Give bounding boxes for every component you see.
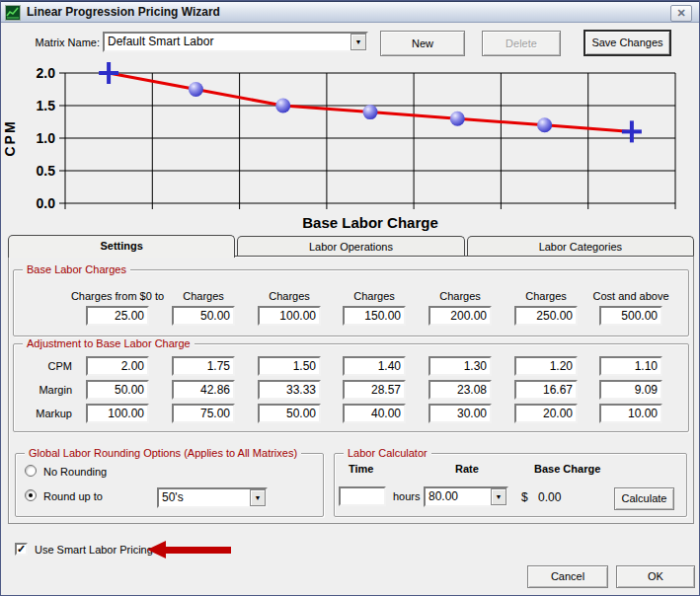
cancel-button[interactable]: Cancel (527, 565, 608, 588)
charge-col-label: Charges (154, 290, 253, 302)
margin-input[interactable] (599, 380, 662, 400)
charge-tier-input[interactable] (86, 306, 149, 326)
round-up-to-radio[interactable] (25, 489, 37, 501)
markup-input[interactable] (343, 404, 406, 423)
margin-input[interactable] (258, 380, 321, 400)
margin-input[interactable] (172, 380, 235, 400)
chart-endpoint-cross[interactable] (99, 62, 118, 84)
tab-labor-operations[interactable]: Labor Operations (237, 236, 464, 257)
markup-input[interactable] (428, 404, 492, 423)
chevron-down-icon[interactable]: ▼ (250, 489, 266, 506)
svg-text:1.5: 1.5 (37, 98, 56, 113)
time-input[interactable] (339, 486, 386, 506)
margin-row-label: Margin (13, 384, 72, 396)
svg-text:0.5: 0.5 (37, 163, 56, 179)
rate-header: Rate (455, 463, 479, 475)
chart-point-sphere[interactable] (189, 82, 203, 97)
svg-text:2.0: 2.0 (37, 65, 56, 81)
check-icon: ✓ (17, 545, 26, 554)
rate-value: 80.00 (428, 489, 489, 504)
charge-col-label: Cost and above (582, 290, 680, 302)
charge-tier-input[interactable] (514, 306, 578, 326)
markup-input[interactable] (172, 404, 235, 423)
margin-input[interactable] (86, 380, 149, 400)
cpm-input[interactable] (428, 356, 492, 376)
window-title: Linear Progression Pricing Wizard (27, 2, 220, 23)
charge-col-label: Charges (240, 290, 339, 302)
no-rounding-label: No Rounding (43, 466, 107, 478)
markup-input[interactable] (86, 404, 149, 423)
cpm-input[interactable] (514, 356, 578, 376)
markup-input[interactable] (599, 404, 662, 423)
cpm-input[interactable] (258, 356, 321, 376)
chart-point-markers[interactable] (99, 62, 642, 142)
charge-col-label: Charges (325, 290, 424, 302)
calculate-button[interactable]: Calculate (614, 487, 674, 510)
chevron-down-icon[interactable]: ▼ (350, 34, 366, 50)
app-icon (5, 5, 21, 21)
red-arrow-annotation (165, 547, 231, 554)
adjustment-group-title: Adjustment to Base Labor Charge (23, 337, 194, 349)
cpm-input[interactable] (599, 356, 662, 376)
chart-point-sphere[interactable] (275, 99, 290, 113)
currency-symbol: $ (521, 490, 528, 504)
svg-text:0.0: 0.0 (37, 195, 56, 211)
markup-input[interactable] (258, 404, 321, 423)
use-smart-labor-pricing-checkbox[interactable]: ✓ (15, 543, 28, 556)
chart-axis-labels: 2.01.51.00.50.0CPMBase Labor Charge (2, 65, 438, 231)
chart-gridlines (59, 73, 675, 209)
cpm-input[interactable] (172, 356, 235, 376)
charge-col-label: Charges (411, 290, 509, 302)
base-labor-charges-group: Base Labor Charges (13, 269, 689, 336)
rounding-options-group-title: Global Labor Rounding Options (Applies t… (25, 447, 301, 459)
margin-input[interactable] (514, 380, 578, 400)
cpm-pricing-chart[interactable]: 2.01.51.00.50.0CPMBase Labor Charge (1, 58, 700, 236)
matrix-name-label: Matrix Name: (29, 37, 100, 48)
base-charge-value: 0.00 (538, 490, 561, 504)
labor-calculator-group-title: Labor Calculator (344, 447, 431, 459)
save-changes-button[interactable]: Save Changes (583, 30, 671, 56)
chart-point-sphere[interactable] (450, 112, 465, 126)
hours-label: hours (393, 490, 421, 502)
round-to-combobox[interactable]: 50's ▼ (157, 487, 268, 508)
base-charge-header: Base Charge (534, 463, 600, 475)
matrix-name-value: Default Smart Labor (108, 35, 349, 49)
markup-input[interactable] (514, 404, 578, 423)
margin-input[interactable] (343, 380, 406, 400)
chevron-down-icon[interactable]: ▼ (491, 488, 506, 505)
ok-button[interactable]: OK (616, 565, 695, 588)
new-button[interactable]: New (380, 31, 465, 56)
chart-endpoint-cross[interactable] (622, 120, 642, 142)
round-up-to-label: Round up to (43, 490, 103, 502)
charge-tier-input[interactable] (599, 306, 662, 326)
margin-input[interactable] (428, 380, 492, 400)
charge-col-label: Charges from $0 to (68, 290, 167, 302)
charge-col-label: Charges (497, 290, 595, 302)
round-to-value: 50's (162, 490, 248, 505)
charge-tier-input[interactable] (343, 306, 406, 326)
cpm-row-label: CPM (13, 360, 72, 372)
no-rounding-radio[interactable] (25, 465, 37, 477)
use-smart-labor-pricing-label: Use Smart Labor Pricing (35, 544, 153, 556)
charge-tier-input[interactable] (172, 306, 235, 326)
svg-text:1.0: 1.0 (37, 130, 56, 146)
rate-combobox[interactable]: 80.00 ▼ (424, 486, 508, 507)
charge-tier-input[interactable] (258, 306, 321, 326)
tab-labor-categories[interactable]: Labor Categories (467, 236, 694, 257)
matrix-name-combobox[interactable]: Default Smart Labor ▼ (103, 32, 368, 52)
tab-strip: Settings Labor Operations Labor Categori… (8, 236, 694, 257)
linear-progression-pricing-wizard-dialog: Linear Progression Pricing Wizard ✕ Matr… (0, 0, 700, 596)
svg-text:CPM: CPM (2, 119, 18, 156)
markup-row-label: Markup (13, 408, 72, 419)
cpm-input[interactable] (86, 356, 149, 376)
tab-settings[interactable]: Settings (8, 235, 235, 258)
chart-point-sphere[interactable] (537, 117, 552, 132)
charge-tier-input[interactable] (428, 306, 492, 326)
delete-button[interactable]: Delete (482, 31, 561, 56)
cpm-input[interactable] (343, 356, 406, 376)
chart-point-sphere[interactable] (363, 105, 378, 119)
close-icon[interactable]: ✕ (670, 5, 692, 22)
title-bar[interactable]: Linear Progression Pricing Wizard ✕ (1, 1, 699, 23)
red-arrow-annotation (147, 541, 166, 559)
svg-text:Base Labor Charge: Base Labor Charge (302, 214, 438, 231)
